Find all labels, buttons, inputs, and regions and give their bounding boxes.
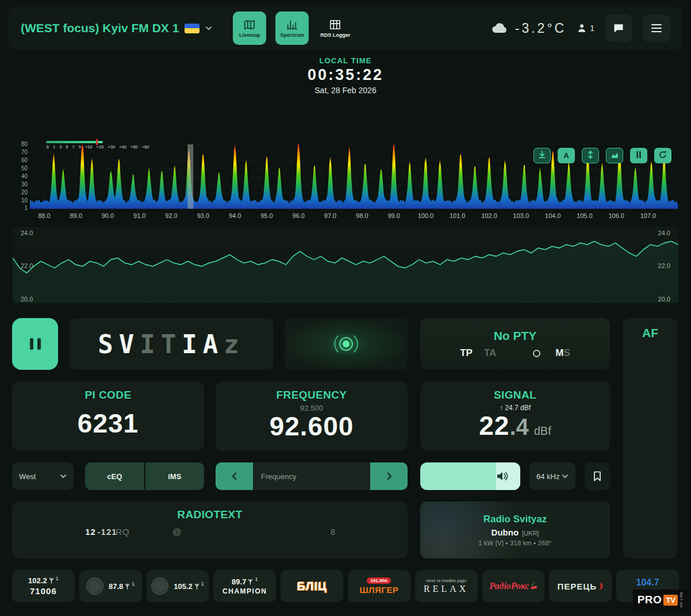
station-details: 1 kW [V] ▪ 318 km ▪ 268°	[478, 540, 552, 546]
spectrum-refresh-button[interactable]	[654, 148, 671, 163]
preset-station[interactable]: 87.81	[79, 570, 142, 602]
refresh-icon	[658, 150, 667, 161]
spectrum-analyzer: 80706050403020101 88.089.090.091.092.093…	[13, 144, 678, 225]
radiotext-label: RADIOTEXT	[12, 508, 408, 521]
dash-left-column: SVITIAz PI CODE 6231 FREQUENCY	[12, 318, 408, 558]
livemap-button[interactable]: Livemap	[233, 12, 266, 45]
temperature-value: -3.2°C	[515, 21, 566, 36]
rds-logger-button[interactable]: RDS Logger	[318, 12, 352, 45]
antenna-icon	[125, 583, 130, 590]
bandwidth-value: 64 kHz	[536, 472, 559, 481]
volume-slider[interactable]	[420, 462, 520, 490]
spectrum-scroll-down-button[interactable]	[533, 148, 551, 163]
spectrum-xtick: 91.0	[130, 212, 149, 219]
stereo-broadcast-icon	[328, 331, 364, 357]
watermark-net: NET.UA	[680, 592, 683, 608]
listener-count-value: 1	[590, 24, 594, 33]
spectrum-xtick: 96.0	[289, 212, 308, 219]
local-time-block: LOCAL TIME 00:35:22 Sat, 28 Feb 2026	[0, 56, 691, 95]
spectrum-xtick: 89.0	[66, 212, 86, 219]
preset-station[interactable]: БЛІЦ	[281, 570, 343, 602]
ukraine-flag-icon	[185, 24, 199, 33]
spectrum-xtick: 100.0	[416, 212, 435, 219]
right-controls-row: 64 kHz	[420, 462, 610, 490]
main-nav: Livemap Spectrum RDS Logger	[233, 12, 352, 45]
area-style-icon	[610, 150, 619, 161]
ms-flag-m: M	[555, 347, 563, 359]
station-logo: легке та спокійне радіоRELAX	[424, 579, 469, 594]
preset-station[interactable]: РадіоРокс	[482, 570, 545, 602]
spectrum-xtick: 95.0	[257, 212, 277, 219]
chevron-down-icon	[562, 473, 569, 480]
tune-down-button[interactable]	[216, 462, 253, 490]
top-right-group: -3.2°C 1	[491, 14, 670, 42]
chevron-left-icon	[230, 472, 239, 481]
smeter-scale: S13579+10+20+30+40+50+60	[46, 144, 181, 150]
signal-ytick: 20.0	[647, 296, 670, 303]
signal-label: SIGNAL	[494, 389, 536, 401]
server-selector[interactable]: (WEST focus) Kyiv FM DX 1	[21, 21, 212, 35]
spectrum-xtick: 97.0	[321, 212, 340, 219]
ims-toggle-button[interactable]: iMS	[145, 462, 205, 490]
signal-ytick: 22.0	[647, 262, 670, 269]
station-presets-row: 102.217100687.81105.2189.71CHAMPIONБЛІЦ1…	[12, 570, 679, 602]
rds-ps-name: SVITIAz	[69, 318, 274, 370]
rds-logger-label: RDS Logger	[320, 32, 350, 38]
frequency-card: FREQUENCY 92.500 92.600	[216, 381, 408, 451]
preset-station[interactable]: 105.21	[147, 570, 209, 602]
signal-history-chart: 24.0 22.0 20.0 24.0 22.0 20.0	[13, 227, 678, 303]
local-date-value: Sat, 28 Feb 2026	[0, 86, 691, 95]
antenna-select[interactable]: West	[12, 462, 74, 490]
frequency-input[interactable]	[253, 462, 370, 490]
spectrum-autoscale-button[interactable]: A	[558, 148, 575, 163]
pause-icon	[634, 150, 643, 161]
station-logo	[86, 577, 103, 595]
ceq-toggle-button[interactable]: cEQ	[85, 462, 144, 490]
spectrum-xtick: 94.0	[225, 212, 245, 219]
spectrum-button[interactable]: Spectrum	[275, 12, 309, 45]
radiotext-segment: 12	[85, 527, 96, 537]
spectrum-xtick: 92.0	[162, 212, 181, 219]
station-info-panel: Radio Svityaz Dubno[UKR] 1 kW [V] ▪ 318 …	[420, 502, 610, 558]
signal-ytick: 24.0	[21, 229, 44, 236]
chat-button[interactable]	[605, 14, 632, 42]
frequency-value: 92.600	[270, 412, 354, 440]
local-time-label: LOCAL TIME	[0, 56, 691, 65]
spectrum-pause-button[interactable]	[630, 148, 647, 163]
bandwidth-select[interactable]: 64 kHz	[529, 462, 575, 490]
map-icon	[243, 19, 256, 30]
preset-station[interactable]: 101.9fmШЛЯГЕР	[348, 570, 410, 602]
bookmark-button[interactable]	[585, 462, 610, 490]
weather-widget: -3.2°C	[491, 21, 566, 36]
spectrum-area-style-button[interactable]	[606, 148, 623, 163]
dash-right-column: No PTY TP TA M S SIGNAL ↑ 24.7 dBf 22 .4	[420, 318, 610, 558]
ps-name-segment: IT	[140, 330, 182, 359]
pty-label: No PTY	[494, 329, 537, 343]
table-icon	[329, 19, 341, 30]
spectrum-ytick: 40	[13, 173, 28, 179]
livemap-label: Livemap	[239, 32, 260, 38]
antenna-icon	[248, 579, 253, 585]
spectrum-ytick: 50	[13, 165, 28, 171]
pepper-icon	[598, 582, 604, 590]
spectrum-fit-vertical-button[interactable]	[582, 148, 599, 163]
chat-icon	[613, 22, 624, 34]
audio-play-pause-button[interactable]	[12, 318, 58, 370]
preset-station[interactable]: 89.71CHAMPION	[213, 570, 276, 602]
station-logo: 101.9fmШЛЯГЕР	[359, 577, 398, 595]
preset-station[interactable]: ПЕРЕЦЬ	[549, 570, 612, 602]
hamburger-icon	[651, 24, 662, 32]
spectrum-xtick: 98.0	[352, 212, 372, 219]
preset-station[interactable]: 102.2171006	[12, 570, 75, 602]
tp-flag: TP	[460, 347, 473, 359]
speaker-icon	[495, 469, 509, 483]
pty-panel: No PTY TP TA M S	[420, 318, 610, 370]
spectrum-xtick: 102.0	[479, 212, 499, 219]
spectrum-ytick: 20	[13, 189, 28, 196]
preset-station[interactable]: легке та спокійне радіоRELAX	[415, 570, 478, 602]
signal-value: 22 .4 dBf	[479, 412, 551, 440]
menu-button[interactable]	[643, 14, 670, 42]
tuner-dashboard: SVITIAz PI CODE 6231 FREQUENCY	[12, 318, 679, 558]
tune-up-button[interactable]	[370, 462, 408, 490]
spectrum-xtick: 104.0	[543, 212, 563, 219]
